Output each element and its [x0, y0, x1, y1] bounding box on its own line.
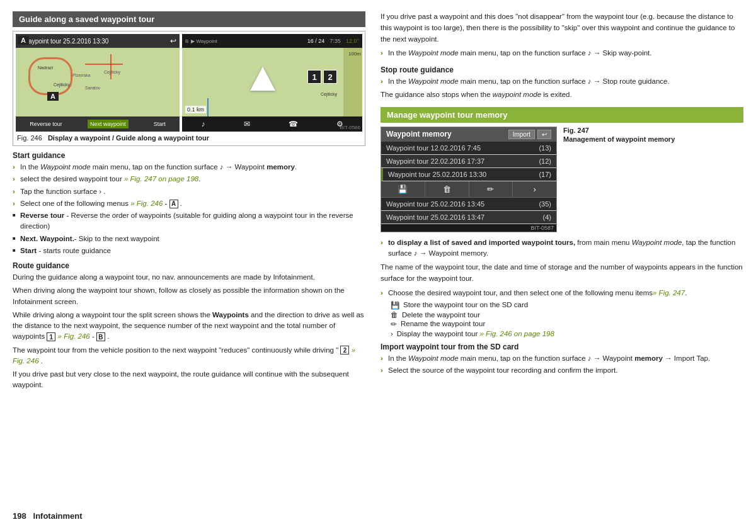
- figure-246-images: A Waypoint tour 25.2.2016 13:30 ↩ Nadraz…: [16, 34, 362, 132]
- start-btn[interactable]: Start: [151, 120, 168, 128]
- skip-intro-para: If you drive past a waypoint and this do…: [381, 11, 743, 45]
- manage-section-header: Manage waypoint tour memory: [381, 107, 743, 123]
- route-para-5: If you drive past but very close to the …: [13, 369, 365, 391]
- memory-table[interactable]: Waypoint memory Import ↩ Waypoint tour 1…: [381, 127, 557, 232]
- next-waypoint-btn[interactable]: Next waypoint: [88, 120, 129, 128]
- choose-bullet: Choose the desired waypoint tour, and th…: [381, 288, 743, 298]
- map-screen-a: A Waypoint tour 25.2.2016 13:30 ↩ Nadraz…: [16, 34, 180, 132]
- screen-a-top-bar: A Waypoint tour 25.2.2016 13:30 ↩: [16, 34, 180, 48]
- action-save-btn[interactable]: 💾: [381, 181, 425, 197]
- menu-list-item-0: 💾 Store the waypoint tour on the SD card: [391, 301, 743, 310]
- memory-row-2[interactable]: Waypoint tour 25.02.2016 13:30 (17): [381, 168, 556, 181]
- action-view-btn[interactable]: ›: [513, 181, 556, 197]
- memory-row-0[interactable]: Waypoint tour 12.02.2016 7:45 (13): [381, 142, 556, 155]
- delete-icon: 🗑: [391, 311, 398, 319]
- left-section-header: Guide along a saved waypoint tour: [13, 11, 365, 27]
- row-4-count: (4): [532, 213, 551, 221]
- map-place-label3: Plzenska: [72, 73, 90, 77]
- route-guidance-section: Route guidance During the guidance along…: [13, 261, 365, 391]
- badge-a: A: [47, 92, 59, 101]
- start-guidance-title: Start guidance: [13, 151, 365, 160]
- stop-guidance-section: Stop route guidance In the Waypoint mode…: [381, 65, 743, 101]
- figure-246-box: A Waypoint tour 25.2.2016 13:30 ↩ Nadraz…: [13, 31, 365, 146]
- view-icon: ›: [391, 330, 393, 337]
- row-0-count: (13): [532, 144, 551, 152]
- fig-246-text: Display a waypoint / Guide along a waypo…: [48, 134, 209, 142]
- row-3-label: Waypoint tour 25.02.2016 13:45: [386, 200, 532, 208]
- nav-arrow: [250, 67, 275, 91]
- screen-b-map: 1 2 0.1 km Cejiticky: [182, 48, 343, 116]
- screen-a-map: Nadrazi Cejiticky Plzenska Saratov Cejit…: [16, 48, 180, 116]
- back-btn[interactable]: ↩: [537, 130, 551, 139]
- display-list-bullet: to display a list of saved and imported …: [381, 237, 743, 259]
- map-b-route: [207, 98, 209, 116]
- row-4-label: Waypoint tour 25.02.2016 13:47: [386, 213, 532, 221]
- screen-b-icon-nav: ♪: [202, 120, 205, 128]
- import-btn[interactable]: Import: [508, 130, 535, 139]
- screen-b-time: 7:35: [329, 38, 341, 44]
- row-1-label: Waypoint tour 22.02.2016 17:37: [386, 157, 532, 165]
- start-bullet-1: In the Waypoint mode main menu, tap on t…: [13, 162, 365, 173]
- menu-item-next: Next. Waypoint.- Skip to the next waypoi…: [13, 234, 365, 244]
- import-section: Import waypoint tour from the SD card In…: [381, 342, 743, 376]
- map-place-label5: Cejiticky: [104, 70, 120, 74]
- memory-actions-row[interactable]: 💾 🗑 ✏ ›: [381, 181, 556, 198]
- page-section: Infotainment: [33, 511, 83, 521]
- fig-246-number: Fig. 246: [17, 134, 42, 142]
- route-para-2: When driving along the waypoint tour sho…: [13, 285, 365, 307]
- map-place-label4: Saratov: [85, 86, 100, 90]
- memory-row-4[interactable]: Waypoint tour 25.02.2016 13:47 (4): [381, 211, 556, 224]
- screen-b-waypoint: ▶ Waypoint: [191, 38, 217, 44]
- row-0-label: Waypoint tour 12.02.2016 7:45: [386, 144, 532, 152]
- screen-a-bottom-bar[interactable]: Reverse tour Next waypoint Start: [16, 116, 180, 132]
- route-guidance-title: Route guidance: [13, 261, 365, 270]
- screen-b-icon-msg: ✉: [244, 120, 250, 128]
- map-screen-b: B ▶ Waypoint 16 / 24 7:35 12.0° ⊕ ↑: [182, 34, 362, 132]
- screen-b-pages: 16 / 24: [307, 38, 325, 44]
- fig-247-caption-text: Management of waypoint memory: [563, 135, 675, 143]
- screen-b-minimap: 100m: [343, 48, 362, 116]
- screen-b-temp: 12.0°: [346, 38, 359, 44]
- reverse-tour-btn[interactable]: Reverse tour: [27, 120, 65, 128]
- menu-list-item-2: ✏ Rename the waypoint tour: [391, 320, 743, 329]
- badge-1: 1: [307, 70, 321, 84]
- badge-2: 2: [323, 70, 337, 84]
- action-delete-btn[interactable]: 🗑: [425, 181, 469, 197]
- stop-guidance-title: Stop route guidance: [381, 65, 743, 74]
- row-3-count: (35): [532, 200, 551, 208]
- skip-bullet: In the Waypoint mode main menu, tap on t…: [381, 48, 743, 59]
- left-section-header-text: Guide along a saved waypoint tour: [19, 14, 154, 24]
- save-icon: 💾: [391, 301, 399, 310]
- row-1-count: (12): [532, 157, 551, 165]
- start-bullet-2: select the desired waypoint tour » Fig. …: [13, 174, 365, 184]
- action-rename-btn[interactable]: ✏: [469, 181, 513, 197]
- route-para-4: The waypoint tour from the vehicle posit…: [13, 345, 365, 367]
- menu-list-item-1: 🗑 Delete the waypoint tour: [391, 311, 743, 319]
- left-column: Guide along a saved waypoint tour A Wayp…: [13, 11, 365, 526]
- import-bullet-1: In the Waypoint mode main menu, tap on t…: [381, 353, 743, 364]
- menu-item-start: Start - starts route guidance: [13, 246, 365, 256]
- page-footer: 198 Infotainment: [13, 511, 83, 521]
- memory-row-3[interactable]: Waypoint tour 25.02.2016 13:45 (35): [381, 198, 556, 211]
- map-route-vert: [110, 54, 112, 79]
- memory-table-bitcode: BIT-0587: [381, 224, 556, 232]
- screen-a-back-icon: ↩: [170, 37, 176, 45]
- screen-b-label: B: [185, 38, 188, 44]
- screen-b-bottom-bar[interactable]: ♪ ✉ ☎ ⚙ BIT-0586: [182, 116, 362, 132]
- start-bullet-4: Select one of the following menus » Fig.…: [13, 198, 365, 209]
- route-para-1: During the guidance along a waypoint tou…: [13, 272, 365, 283]
- route-para-3: While driving along a waypoint tour the …: [13, 310, 365, 342]
- memory-row-1[interactable]: Waypoint tour 22.02.2016 17:37 (12): [381, 155, 556, 168]
- stop-guidance-follow: The guidance also stops when the waypoin…: [381, 89, 743, 101]
- memory-header-buttons[interactable]: Import ↩: [508, 130, 551, 139]
- screen-b-bitcode: BIT-0586: [340, 125, 360, 130]
- memory-table-title: Waypoint memory: [386, 130, 452, 139]
- menu-item-reverse: Reverse tour - Reverse the order of wayp…: [13, 210, 365, 232]
- map-route-line: [85, 64, 123, 65]
- stop-guidance-bullet: In the Waypoint mode main menu, tap on t…: [381, 76, 743, 87]
- screen-a-title: Waypoint tour 25.2.2016 13:30: [23, 38, 108, 45]
- page-number: 198: [13, 511, 26, 521]
- screen-b-dist: 0.1 km: [185, 106, 206, 113]
- name-para: The name of the waypoint tour, the date …: [381, 262, 743, 285]
- start-bullet-3: Tap the function surface › .: [13, 186, 365, 197]
